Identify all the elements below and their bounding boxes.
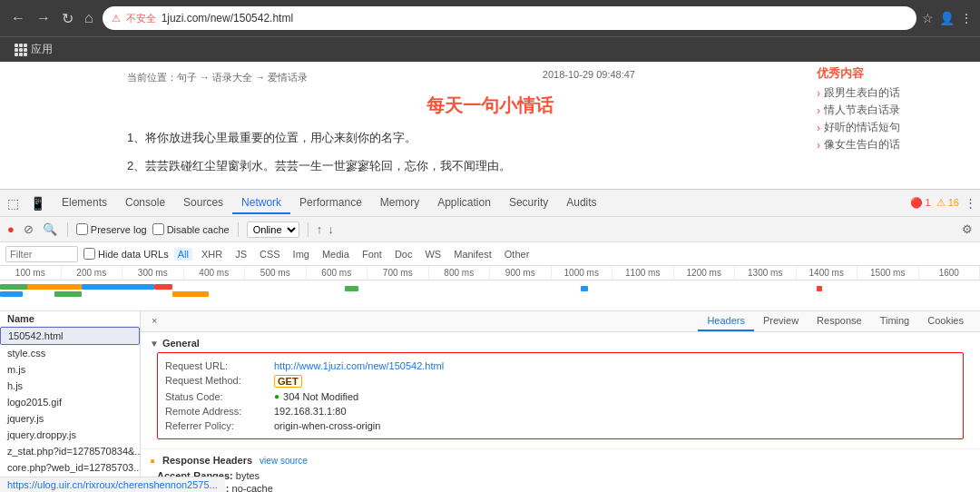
settings-button[interactable]: ⚙ [960, 221, 975, 238]
filter-manifest-btn[interactable]: Manifest [450, 247, 495, 261]
detail-tab-preview[interactable]: Preview [754, 311, 808, 331]
tab-application[interactable]: Application [428, 192, 500, 214]
response-headers-section: ● Response Headers view source Accept-Ra… [141, 448, 980, 492]
tab-sources[interactable]: Sources [174, 192, 232, 214]
filter-all-btn[interactable]: All [174, 248, 192, 261]
insecure-label: 不安全 [126, 12, 156, 25]
preserve-log-checkbox[interactable] [76, 223, 88, 235]
filter-doc-btn[interactable]: Doc [391, 247, 416, 261]
general-title: General [162, 338, 200, 349]
filter-font-btn[interactable]: Font [358, 247, 386, 261]
referrer-policy-value: origin-when-cross-origin [274, 420, 380, 431]
hide-data-urls-checkbox[interactable] [83, 248, 95, 260]
tick-1500: 1500 ms [858, 266, 919, 280]
tick-1000: 1000 ms [552, 266, 613, 280]
timeline[interactable]: 100 ms 200 ms 300 ms 400 ms 500 ms 600 m… [0, 266, 980, 311]
file-item-8[interactable]: core.php?web_id=12785703... [0, 459, 140, 476]
toolbar-separator-1 [67, 222, 68, 237]
filter-xhr-btn[interactable]: XHR [198, 247, 226, 261]
web-content: 当前位置：句子 → 语录大全 → 爱情话录 2018-10-29 09:48:4… [0, 62, 980, 189]
tab-memory[interactable]: Memory [371, 192, 428, 214]
profile-button[interactable]: 👤 [939, 11, 955, 25]
warn-badge: ⚠ 16 [936, 197, 959, 209]
filter-img-btn[interactable]: Img [289, 247, 313, 261]
tick-300: 300 ms [122, 266, 184, 280]
devtools-panel-icons: ⬚ 📱 [4, 194, 49, 212]
forward-button[interactable]: → [33, 8, 54, 28]
devtools-content: Name 150542.html style.css m.js h.js log… [0, 311, 980, 492]
bottom-url-bar: https://ulog.uir.cn/rixroux/cherenshenno… [0, 477, 225, 492]
disable-cache-checkbox[interactable] [152, 223, 164, 235]
disable-cache-checkbox-label[interactable]: Disable cache [152, 223, 230, 235]
record-button[interactable]: ● [5, 221, 16, 238]
file-item-5[interactable]: jquery.js [0, 410, 140, 427]
filter-input[interactable] [5, 246, 78, 262]
clear-button[interactable]: ⊘ [22, 221, 35, 238]
tab-performance[interactable]: Performance [290, 192, 371, 214]
detail-tab-timing[interactable]: Timing [871, 311, 919, 331]
filter-other-btn[interactable]: Other [501, 247, 534, 261]
tab-security[interactable]: Security [500, 192, 557, 214]
details-tabs: × Headers Preview Response Timing Cookie… [141, 311, 980, 332]
filter-js-btn[interactable]: JS [231, 247, 250, 261]
tab-audits[interactable]: Audits [557, 192, 605, 214]
file-item-7[interactable]: z_stat.php?id=1278570834&... [0, 443, 140, 459]
response-headers-title: Response Headers [162, 455, 252, 466]
tick-1200: 1200 ms [674, 266, 736, 280]
hide-data-urls-text: Hide data URLs [98, 249, 169, 260]
tab-console[interactable]: Console [116, 192, 174, 214]
file-item-4[interactable]: logo2015.gif [0, 394, 140, 410]
filter-css-btn[interactable]: CSS [256, 247, 284, 261]
general-section-header[interactable]: ▼ General [150, 338, 971, 349]
filter-media-btn[interactable]: Media [318, 247, 353, 261]
sidebar-link-3[interactable]: 好听的情话短句 [817, 120, 962, 135]
inspect-element-button[interactable]: ⬚ [4, 194, 23, 212]
details-close-button[interactable]: × [148, 311, 161, 331]
upload-button[interactable]: ↑ [317, 222, 323, 236]
home-button[interactable]: ⌂ [81, 8, 97, 28]
remote-address-row: Remote Address: 192.168.31.1:80 [165, 404, 956, 418]
detail-tab-response[interactable]: Response [808, 311, 871, 331]
filter-bar: Hide data URLs All XHR JS CSS Img Media … [0, 242, 980, 266]
details-panel: × Headers Preview Response Timing Cookie… [141, 311, 980, 492]
view-source-link[interactable]: view source [260, 456, 308, 466]
general-section: ▼ General Request URL: http://www.1juzi.… [141, 332, 980, 448]
sidebar-link-1[interactable]: 跟男生表白的话 [817, 85, 962, 101]
hide-data-urls-label[interactable]: Hide data URLs [83, 248, 169, 260]
request-url-link[interactable]: http://www.1juzi.com/new/150542.html [274, 360, 444, 371]
tab-elements[interactable]: Elements [53, 192, 116, 214]
file-item-3[interactable]: h.js [0, 378, 140, 394]
tick-100: 100 ms [0, 266, 62, 280]
main-layout: 当前位置：句子 → 语录大全 → 爱情话录 2018-10-29 09:48:4… [0, 62, 980, 492]
filter-ws-btn[interactable]: WS [421, 247, 445, 261]
apps-item[interactable]: 应用 [7, 40, 60, 59]
browser-chrome: ← → ↻ ⌂ ⚠ 不安全 1juzi.com/new/150542.html … [0, 0, 980, 36]
filter-toggle-button[interactable]: 🔍 [41, 221, 59, 238]
response-headers-header: ● Response Headers view source [150, 455, 971, 466]
file-item-0[interactable]: 150542.html [0, 327, 140, 345]
file-item-6[interactable]: jquery.droppy.js [0, 427, 140, 443]
address-bar[interactable]: ⚠ 不安全 1juzi.com/new/150542.html [103, 6, 916, 30]
menu-button[interactable]: ⋮ [960, 11, 973, 25]
request-method-row: Request Method: GET [165, 373, 956, 389]
file-item-1[interactable]: style.css [0, 345, 140, 361]
tab-network[interactable]: Network [232, 192, 290, 214]
error-badge: 🔴 1 [910, 197, 931, 209]
bookmark-button[interactable]: ☆ [922, 11, 934, 25]
reload-button[interactable]: ↻ [58, 8, 77, 29]
back-button[interactable]: ← [7, 8, 29, 28]
detail-tab-cookies[interactable]: Cookies [918, 311, 973, 331]
sidebar-link-2[interactable]: 情人节表白话录 [817, 103, 962, 118]
tick-1300: 1300 ms [735, 266, 797, 280]
status-code-row: Status Code: ● 304 Not Modified [165, 389, 956, 404]
response-accept-ranges-row: Accept-Ranges: bytes [150, 469, 971, 482]
preserve-log-checkbox-label[interactable]: Preserve log [76, 223, 147, 235]
file-item-2[interactable]: m.js [0, 361, 140, 378]
download-button[interactable]: ↓ [328, 222, 334, 236]
throttle-select[interactable]: Online [247, 221, 299, 238]
sidebar-link-4[interactable]: 像女生告白的话 [817, 137, 962, 153]
device-toolbar-button[interactable]: 📱 [26, 194, 49, 212]
url-text: 1juzi.com/new/150542.html [162, 12, 907, 25]
detail-tab-headers[interactable]: Headers [698, 311, 754, 331]
toolbar-separator-3 [308, 222, 309, 237]
